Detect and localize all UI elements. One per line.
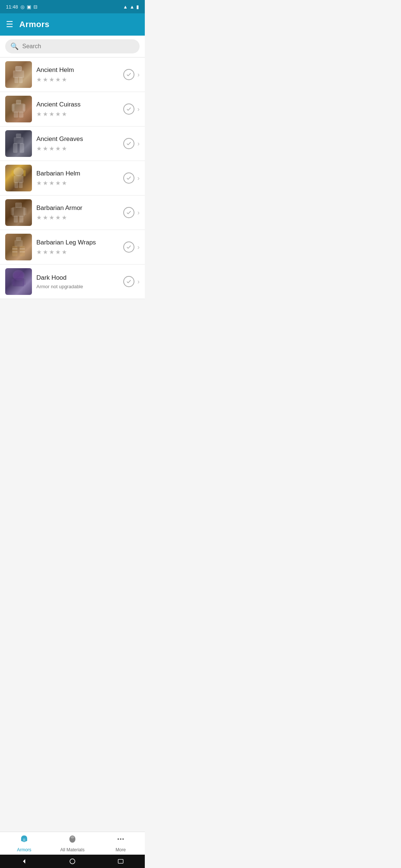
check-button-ancient-greaves[interactable] [123, 138, 134, 149]
item-actions-ancient-helm: › [123, 69, 140, 80]
storage-icon: ⊟ [33, 4, 38, 10]
star-4: ★ [55, 76, 61, 83]
svg-rect-28 [12, 246, 17, 256]
star-2: ★ [43, 111, 48, 118]
search-input[interactable] [22, 43, 134, 50]
search-container: 🔍 [0, 36, 145, 57]
chevron-right-icon-ancient-helm: › [137, 71, 140, 79]
svg-rect-1 [13, 70, 24, 78]
item-name-ancient-helm: Ancient Helm [36, 66, 119, 74]
battery-icon: ▮ [136, 4, 139, 10]
list-item-ancient-cuirass[interactable]: Ancient Cuirass ★★★★★ › [0, 92, 145, 126]
chevron-right-icon-ancient-greaves: › [137, 140, 140, 148]
svg-rect-7 [23, 104, 26, 111]
list-item-ancient-helm[interactable]: Ancient Helm ★★★★★ › [0, 57, 145, 92]
svg-rect-9 [19, 112, 23, 118]
star-2: ★ [43, 249, 48, 256]
item-actions-ancient-cuirass: › [123, 103, 140, 115]
item-name-ancient-greaves: Ancient Greaves [36, 135, 119, 143]
item-content-dark-hood: Dark Hood Armor not upgradable [36, 274, 119, 289]
status-right: ▲ ▲ ▮ [123, 4, 139, 10]
star-1: ★ [36, 180, 42, 187]
star-2: ★ [43, 76, 48, 83]
svg-rect-0 [15, 66, 22, 71]
item-content-ancient-cuirass: Ancient Cuirass ★★★★★ [36, 101, 119, 118]
svg-rect-11 [14, 137, 23, 144]
chevron-right-icon-barbarian-leg-wraps: › [137, 243, 140, 251]
svg-rect-27 [14, 240, 23, 247]
page-title: Armors [19, 20, 49, 29]
star-3: ★ [49, 111, 54, 118]
star-4: ★ [55, 180, 61, 187]
list-item-ancient-greaves[interactable]: Ancient Greaves ★★★★★ › [0, 126, 145, 161]
item-image-ancient-cuirass [5, 96, 32, 122]
chevron-right-icon-ancient-cuirass: › [137, 105, 140, 113]
app-bar: ☰ Armors [0, 13, 145, 36]
item-actions-barbarian-armor: › [123, 207, 140, 218]
item-stars-ancient-cuirass: ★★★★★ [36, 111, 119, 118]
location-icon: ◎ [20, 4, 25, 10]
svg-rect-8 [14, 112, 18, 118]
check-button-dark-hood[interactable] [123, 276, 134, 287]
svg-rect-21 [12, 207, 25, 217]
svg-rect-29 [20, 246, 25, 256]
svg-rect-23 [23, 208, 26, 215]
star-5: ★ [62, 145, 67, 152]
svg-rect-19 [19, 182, 23, 188]
check-button-barbarian-helm[interactable] [123, 172, 134, 184]
item-actions-ancient-greaves: › [123, 138, 140, 149]
item-content-barbarian-helm: Barbarian Helm ★★★★★ [36, 170, 119, 187]
star-4: ★ [55, 145, 61, 152]
item-image-dark-hood [5, 268, 32, 295]
svg-rect-37 [12, 279, 14, 285]
svg-rect-20 [15, 203, 22, 208]
star-3: ★ [49, 145, 54, 152]
item-actions-barbarian-helm: › [123, 172, 140, 184]
star-4: ★ [55, 249, 61, 256]
check-button-ancient-cuirass[interactable] [123, 103, 134, 115]
item-image-barbarian-armor [5, 199, 32, 226]
item-name-barbarian-armor: Barbarian Armor [36, 204, 119, 212]
svg-rect-22 [11, 208, 14, 215]
status-time: 11:48 [6, 4, 18, 10]
item-image-ancient-greaves [5, 130, 32, 157]
star-3: ★ [49, 214, 54, 221]
item-stars-barbarian-armor: ★★★★★ [36, 214, 119, 221]
star-5: ★ [62, 76, 67, 83]
star-5: ★ [62, 214, 67, 221]
svg-rect-25 [19, 216, 23, 223]
star-1: ★ [36, 145, 42, 152]
item-image-barbarian-leg-wraps [5, 234, 32, 260]
check-button-ancient-helm[interactable] [123, 69, 134, 80]
menu-icon[interactable]: ☰ [6, 20, 13, 29]
star-4: ★ [55, 111, 61, 118]
search-bar: 🔍 [5, 39, 140, 53]
star-3: ★ [49, 76, 54, 83]
svg-rect-15 [12, 170, 14, 176]
item-content-ancient-greaves: Ancient Greaves ★★★★★ [36, 135, 119, 152]
item-name-dark-hood: Dark Hood [36, 274, 119, 282]
item-actions-dark-hood: › [123, 276, 140, 287]
item-content-barbarian-armor: Barbarian Armor ★★★★★ [36, 204, 119, 221]
list-item-barbarian-leg-wraps[interactable]: Barbarian Leg Wraps ★★★★★ › [0, 230, 145, 264]
chevron-right-icon-dark-hood: › [137, 278, 140, 286]
star-2: ★ [43, 214, 48, 221]
check-button-barbarian-leg-wraps[interactable] [123, 241, 134, 253]
star-3: ★ [49, 249, 54, 256]
list-item-barbarian-armor[interactable]: Barbarian Armor ★★★★★ › [0, 195, 145, 230]
items-list: Ancient Helm ★★★★★ › Ancient Cuirass ★★★… [0, 57, 145, 299]
svg-rect-13 [20, 143, 24, 153]
signal-icon: ▲ [130, 4, 134, 10]
item-name-ancient-cuirass: Ancient Cuirass [36, 101, 119, 108]
list-item-dark-hood[interactable]: Dark Hood Armor not upgradable › [0, 264, 145, 299]
item-stars-barbarian-leg-wraps: ★★★★★ [36, 249, 119, 256]
list-item-barbarian-helm[interactable]: Barbarian Helm ★★★★★ › [0, 161, 145, 195]
svg-rect-12 [13, 143, 17, 153]
svg-rect-18 [14, 182, 18, 188]
svg-rect-17 [14, 175, 23, 183]
item-stars-ancient-greaves: ★★★★★ [36, 145, 119, 152]
star-3: ★ [49, 180, 54, 187]
check-button-barbarian-armor[interactable] [123, 207, 134, 218]
sim-icon: ▣ [27, 4, 31, 10]
item-stars-ancient-helm: ★★★★★ [36, 76, 119, 83]
